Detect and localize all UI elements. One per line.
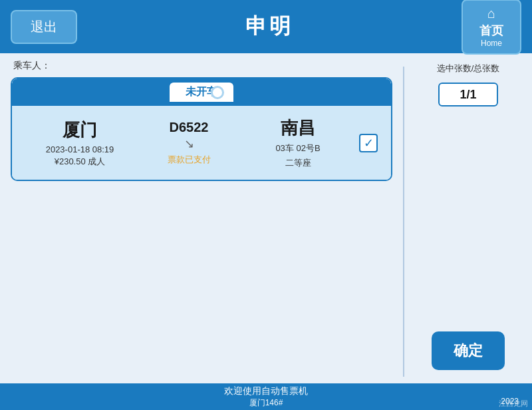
ticket-checkbox[interactable]: ✓	[359, 134, 378, 152]
dest-city: 南昌	[243, 116, 352, 140]
ticket-destination: 南昌 03车 02号B 二等座	[243, 116, 352, 169]
ticket-body[interactable]: 厦门 2023-01-18 08:19 ¥230.50 成人 D6522 ↘ 票…	[12, 106, 391, 180]
page-title: 申明	[245, 12, 293, 41]
seat-class: 二等座	[243, 157, 352, 169]
header: 退出 申明 ⌂ 首页 Home	[0, 0, 532, 53]
passenger-label: 乘车人：	[11, 60, 392, 72]
origin-city: 厦门	[25, 118, 134, 142]
home-button[interactable]: ⌂ 首页 Home	[462, 0, 521, 55]
footer-watermark: 江西龙网	[495, 397, 532, 410]
ticket-origin: 厦门 2023-01-18 08:19 ¥230.50 成人	[25, 118, 134, 168]
train-number: D6522	[170, 120, 209, 135]
ticket-price: ¥230.50 成人	[25, 156, 134, 168]
footer: 欢迎使用自动售票机 厦门146# 2023 江西龙网	[0, 383, 532, 410]
confirm-button[interactable]: 确定	[432, 331, 505, 370]
payment-status: 票款已支付	[168, 154, 211, 166]
checkbox-check: ✓	[364, 136, 374, 150]
train-arrow: ↘	[184, 136, 194, 151]
home-label-cn: 首页	[479, 23, 503, 39]
left-panel: 乘车人： 未开车 厦门 2023-01-18 08:19 ¥230.50 成人 …	[11, 60, 392, 383]
home-label-en: Home	[481, 39, 502, 48]
main-content: 乘车人： 未开车 厦门 2023-01-18 08:19 ¥230.50 成人 …	[0, 53, 532, 383]
ticket-card: 未开车 厦门 2023-01-18 08:19 ¥230.50 成人 D6522…	[11, 77, 392, 181]
count-value: 1/1	[438, 83, 498, 106]
footer-sub-text: 厦门146#	[249, 397, 283, 409]
ticket-middle: D6522 ↘ 票款已支付	[134, 120, 243, 166]
footer-main-text: 欢迎使用自动售票机	[224, 385, 308, 397]
vertical-divider	[403, 67, 404, 377]
ticket-tab: 未开车	[12, 79, 391, 106]
origin-datetime: 2023-01-18 08:19	[25, 144, 134, 154]
exit-button[interactable]: 退出	[11, 10, 77, 44]
tab-indicator	[211, 86, 224, 99]
seat-car: 03车 02号B	[243, 142, 352, 154]
home-icon: ⌂	[487, 6, 495, 21]
count-label: 选中张数/总张数	[437, 63, 500, 75]
right-panel: 选中张数/总张数 1/1 确定	[415, 60, 521, 383]
